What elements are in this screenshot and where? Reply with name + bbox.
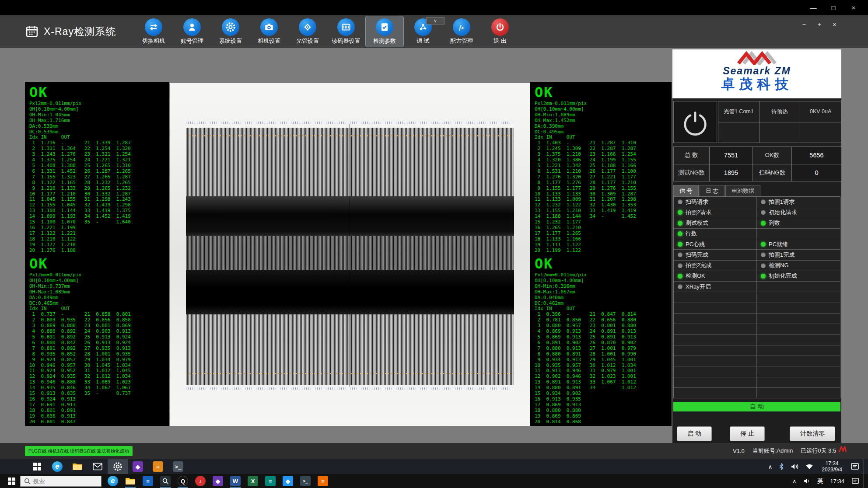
signal-dot xyxy=(678,284,682,289)
xray-power-button[interactable] xyxy=(673,101,717,143)
signal-row-count: 行数 xyxy=(674,229,757,239)
taskbar-folder-orange[interactable]: ≡ xyxy=(148,459,168,474)
app-close-button[interactable]: × xyxy=(833,21,836,28)
toolbar-item-exit[interactable]: 退 出 xyxy=(481,16,519,47)
app-icon: ◆ xyxy=(283,476,293,486)
word-icon: W xyxy=(230,476,241,486)
search-input[interactable] xyxy=(33,478,94,485)
maximize-button[interactable]: □ xyxy=(823,0,844,15)
toolbar-item-system-settings[interactable]: 系统设置 xyxy=(212,16,249,47)
signal-detect-ng: 检测NG xyxy=(757,261,840,271)
toolbar-item-label: 读码器设置 xyxy=(332,37,360,45)
taskbar2-word[interactable]: W xyxy=(227,474,244,488)
taskbar-xray-app[interactable] xyxy=(108,459,128,474)
toolbar-item-inspect-params[interactable]: 检测参数 xyxy=(366,16,403,47)
taskbar-clock[interactable]: 17:34 2023/9/4 xyxy=(817,460,847,473)
doc-check-icon xyxy=(376,18,393,36)
tab-battery-data[interactable]: 电池数据 xyxy=(725,185,760,196)
action-center-icon[interactable] xyxy=(847,459,862,474)
taskbar-edge[interactable]: e xyxy=(47,459,67,474)
toolbar-item-barcode-settings[interactable]: 读码器设置 xyxy=(327,16,365,47)
signal-dot xyxy=(761,263,766,268)
grid-empty-cell xyxy=(674,388,757,398)
app-maximize-button[interactable]: + xyxy=(817,21,821,28)
result-status: OK xyxy=(25,84,169,101)
signal-dot xyxy=(678,231,682,236)
app-title-group: X-Ray检测系统 xyxy=(25,25,131,38)
taskbar2-app-purple[interactable]: ◆ xyxy=(209,474,227,488)
signal-xray-on: XRay开启 xyxy=(674,282,757,292)
counter-table: 总 数 7551 OK数 5656 测试NG数 1895 扫码NG数 0 xyxy=(673,146,841,181)
bluetooth-icon[interactable] xyxy=(776,459,787,474)
clock-time[interactable]: 17:34 xyxy=(827,474,847,488)
toolbar-item-tube-settings[interactable]: 光管设置 xyxy=(289,16,326,47)
show-desktop-button[interactable] xyxy=(863,459,865,474)
taskbar2-excel[interactable]: X xyxy=(244,474,262,488)
toolbar-item-camera-settings[interactable]: 相机设置 xyxy=(250,16,288,47)
start-button[interactable] xyxy=(27,459,47,474)
start-button-secondary[interactable] xyxy=(3,474,20,488)
taskbar2-search-tool[interactable] xyxy=(157,474,174,488)
ime-indicator[interactable]: 英 xyxy=(814,474,826,488)
signal-label: PC就绪 xyxy=(769,241,788,248)
taskbar2-app-orange[interactable]: ≡ xyxy=(314,474,332,488)
taskbar-file-explorer[interactable] xyxy=(67,459,88,474)
toolbar-item-switch-camera[interactable]: 切换相机 xyxy=(135,16,172,47)
counter-value-scan-ng: 0 xyxy=(792,164,842,182)
result-status: OK xyxy=(530,255,672,272)
grid-empty-cell xyxy=(674,345,757,356)
signal-dot xyxy=(761,210,766,215)
counter-label-test-ng: 测试NG数 xyxy=(674,164,710,182)
toolbar-item-label: 调 试 xyxy=(416,37,430,45)
taskbar2-app-blue2[interactable]: ◆ xyxy=(279,474,297,488)
toolbar-expand-button[interactable]: ∨ xyxy=(426,17,444,24)
tray-expand-chevron[interactable]: ∧ xyxy=(765,459,776,474)
counter-label-total: 总 数 xyxy=(674,147,710,164)
counter-reset-button[interactable]: 计数清零 xyxy=(790,426,835,441)
taskbar2-qq[interactable]: Q xyxy=(174,474,192,488)
grid-empty-cell xyxy=(674,335,757,345)
signal-pc-ready: PC就绪 xyxy=(757,239,840,249)
result-status: OK xyxy=(530,84,672,101)
toolbar-item-recipe[interactable]: fx 配方管理 xyxy=(443,16,480,47)
signal-dot xyxy=(761,242,766,247)
tube-cell-empty xyxy=(800,122,841,143)
toolbar-item-account[interactable]: 账号管理 xyxy=(173,16,211,47)
stop-button[interactable]: 停 止 xyxy=(730,426,765,441)
tray-expand-chevron[interactable]: ∧ xyxy=(789,474,800,488)
action-center-icon[interactable] xyxy=(848,474,862,488)
tab-log[interactable]: 日 志 xyxy=(700,185,725,196)
toolbar-item-label: 相机设置 xyxy=(258,37,280,45)
taskbar-app-purple[interactable]: ◆ xyxy=(128,459,148,474)
switch-camera-icon xyxy=(145,18,162,36)
network-icon[interactable] xyxy=(802,459,816,474)
start-button[interactable]: 启 动 xyxy=(677,426,712,441)
power-icon xyxy=(682,108,709,136)
taskbar-app-dark[interactable]: >_ xyxy=(168,459,188,474)
close-button[interactable]: × xyxy=(844,0,864,15)
taskbar2-music[interactable]: ♪ xyxy=(192,474,209,488)
taskbar2-app-blue[interactable]: ≡ xyxy=(139,474,157,488)
tab-signals[interactable]: 信 号 xyxy=(673,185,699,196)
grid-empty-cell xyxy=(757,345,840,356)
tip-marker-line-bottom xyxy=(186,373,514,374)
barcode-icon xyxy=(337,18,355,36)
signal-grid: 扫码请求 拍照1请求 拍照2请求 初始化请求 测试模式 列数 行数 PC心跳 P… xyxy=(673,196,840,398)
taskbar2-edge[interactable]: e xyxy=(104,474,122,488)
os-titlebar: — □ × xyxy=(0,0,868,15)
taskbar2-file-explorer[interactable] xyxy=(122,474,139,488)
volume-icon[interactable] xyxy=(788,459,802,474)
uptime-label: 已运行0天 3:5 xyxy=(801,447,836,455)
signal-label: 扫码请求 xyxy=(686,198,708,206)
taskbar2-app-teal[interactable]: ≡ xyxy=(262,474,279,488)
taskbar-mail[interactable] xyxy=(88,459,108,474)
volume-icon[interactable] xyxy=(800,474,813,488)
auto-mode-button[interactable]: 自 动 xyxy=(673,402,840,411)
taskbar2-terminal[interactable]: >_ xyxy=(297,474,314,488)
grid-empty-cell xyxy=(674,356,757,366)
show-desktop-button[interactable] xyxy=(863,474,865,488)
system-tray-secondary: ∧ 英 17:34 xyxy=(789,474,868,488)
app-minimize-button[interactable]: − xyxy=(802,21,806,28)
taskbar-search[interactable] xyxy=(20,476,102,487)
minimize-button[interactable]: — xyxy=(803,0,823,15)
